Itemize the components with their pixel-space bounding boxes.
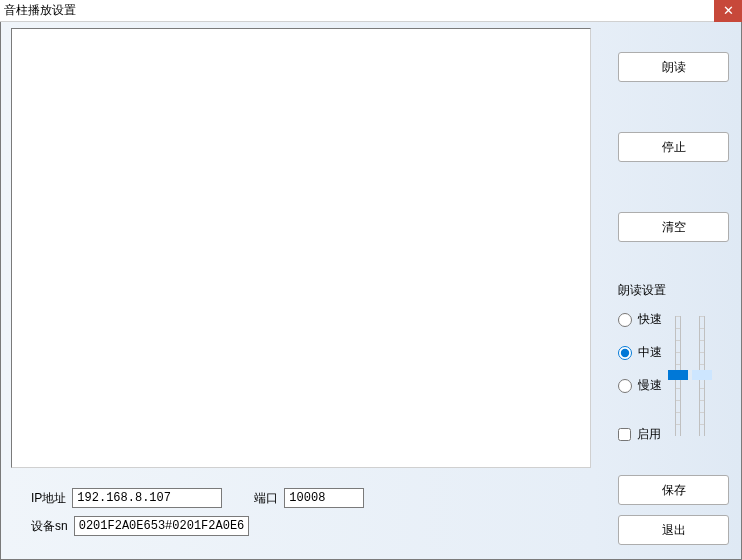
radio-medium-label: 中速 [638,344,662,361]
ip-row: IP地址 端口 [31,488,606,508]
slider-2[interactable] [696,316,708,436]
radio-fast[interactable]: 快速 [618,311,662,328]
action-buttons: 朗读 停止 清空 [618,52,729,242]
exit-button[interactable]: 退出 [618,515,729,545]
radio-medium[interactable]: 中速 [618,344,662,361]
radio-medium-input[interactable] [618,346,632,360]
settings-title: 朗读设置 [618,282,729,299]
speed-radios: 快速 中速 慢速 启用 [618,311,662,443]
close-button[interactable]: ✕ [714,0,742,22]
left-column: IP地址 端口 设备sn [1,22,606,559]
sn-row: 设备sn [31,516,606,536]
clear-button[interactable]: 清空 [618,212,729,242]
ip-input[interactable] [72,488,222,508]
speed-settings: 快速 中速 慢速 启用 [618,311,729,443]
slider-2-thumb[interactable] [692,370,712,380]
read-button[interactable]: 朗读 [618,52,729,82]
bottom-buttons: 保存 退出 [618,475,729,547]
right-column: 朗读 停止 清空 朗读设置 快速 中速 慢速 [606,22,741,559]
close-icon: ✕ [723,3,734,18]
enable-checkbox-row[interactable]: 启用 [618,426,662,443]
enable-checkbox[interactable] [618,428,631,441]
radio-fast-input[interactable] [618,313,632,327]
sliders [672,311,708,441]
bottom-fields: IP地址 端口 设备sn [11,488,606,536]
content: IP地址 端口 设备sn 朗读 停止 清空 朗读设置 快速 [0,22,742,560]
window-title: 音柱播放设置 [4,2,76,19]
sn-label: 设备sn [31,518,68,535]
titlebar: 音柱播放设置 ✕ [0,0,742,22]
slider-1[interactable] [672,316,684,436]
radio-slow[interactable]: 慢速 [618,377,662,394]
radio-slow-input[interactable] [618,379,632,393]
save-button[interactable]: 保存 [618,475,729,505]
radio-fast-label: 快速 [638,311,662,328]
port-input[interactable] [284,488,364,508]
stop-button[interactable]: 停止 [618,132,729,162]
text-input-main[interactable] [11,28,591,468]
enable-label: 启用 [637,426,661,443]
port-label: 端口 [254,490,278,507]
sn-input[interactable] [74,516,249,536]
ip-label: IP地址 [31,490,66,507]
slider-1-thumb[interactable] [668,370,688,380]
radio-slow-label: 慢速 [638,377,662,394]
